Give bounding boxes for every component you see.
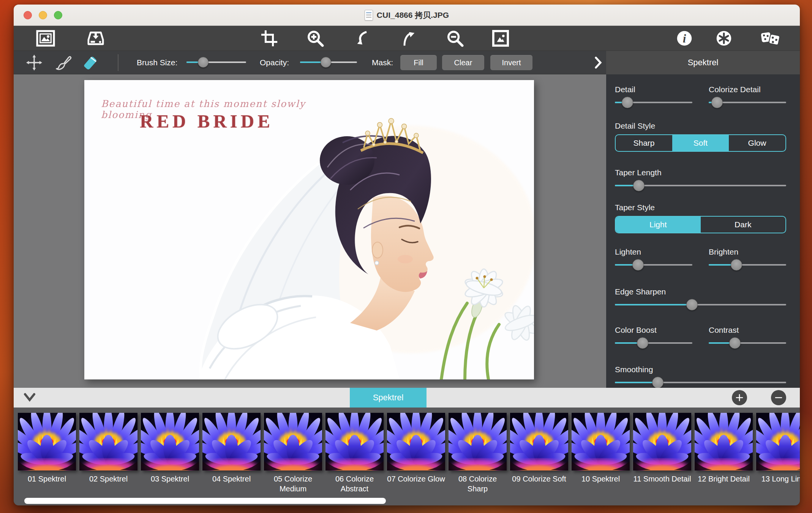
contrast-slider[interactable] (709, 337, 786, 349)
horizontal-scrollbar[interactable] (24, 498, 386, 504)
mask-invert-button[interactable]: Invert (490, 55, 532, 70)
open-image-icon[interactable] (36, 28, 55, 48)
photo-canvas[interactable]: Beautiful time at this moment slowly blo… (84, 80, 534, 379)
move-tool-icon[interactable] (25, 54, 43, 72)
divider (118, 54, 118, 71)
mask-clear-button[interactable]: Clear (442, 55, 484, 70)
preset-item[interactable]: 01 Spektrel (18, 413, 76, 494)
preset-thumbnail[interactable] (141, 413, 199, 471)
preset-thumbnail[interactable] (79, 413, 137, 471)
undo-icon[interactable] (353, 28, 373, 48)
presets-strip: 01 Spektrel 02 Spektrel 03 Spektrel 04 S… (14, 408, 800, 505)
taper-length-slider[interactable] (615, 179, 786, 192)
slider-thumb[interactable] (622, 97, 633, 108)
slider-thumb[interactable] (633, 180, 645, 191)
preset-item[interactable]: 05 Colorize Medium (264, 413, 322, 494)
preset-item[interactable]: 09 Colorize Soft (510, 413, 568, 494)
remove-preset-button[interactable] (771, 390, 786, 405)
preset-label: 13 Long Lines (756, 474, 800, 484)
detail-style-sharp[interactable]: Sharp (616, 135, 672, 151)
slider-track[interactable] (615, 382, 786, 383)
preset-label: 02 Spektrel (79, 474, 137, 484)
slider-track[interactable] (186, 61, 246, 63)
brush-size-slider[interactable] (186, 56, 246, 68)
color-boost-label: Color Boost (615, 326, 692, 335)
slider-thumb[interactable] (198, 57, 209, 68)
document-icon (365, 10, 373, 20)
randomize-dice-icon[interactable] (761, 28, 780, 48)
preset-item[interactable]: 12 Bright Detail (695, 413, 753, 494)
preset-thumbnail[interactable] (387, 413, 445, 471)
add-preset-button[interactable] (732, 390, 747, 405)
zoom-out-icon[interactable] (445, 28, 465, 48)
slider-thumb[interactable] (686, 299, 698, 310)
preset-item[interactable]: 02 Spektrel (79, 413, 137, 494)
svg-text:i: i (683, 32, 686, 45)
opacity-slider[interactable] (300, 56, 357, 68)
smoothing-slider[interactable] (615, 376, 786, 389)
preset-item[interactable]: 04 Spektrel (202, 413, 261, 494)
preset-tab-spektrel[interactable]: Spektrel (350, 388, 427, 408)
slider-thumb[interactable] (321, 57, 331, 68)
crop-icon[interactable] (259, 28, 279, 48)
info-icon[interactable]: i (675, 28, 694, 48)
color-boost-slider[interactable] (615, 337, 692, 349)
detail-slider[interactable] (615, 96, 692, 109)
preset-item[interactable]: 03 Spektrel (141, 413, 199, 494)
mask-fill-button[interactable]: Fill (400, 55, 437, 70)
preset-thumbnail[interactable] (264, 413, 322, 471)
colorize-detail-slider[interactable] (709, 96, 786, 109)
slider-track[interactable] (709, 264, 786, 266)
slider-thumb[interactable] (731, 259, 742, 271)
preset-item[interactable]: 08 Colorize Sharp (449, 413, 507, 494)
edge-sharpen-slider[interactable] (615, 299, 786, 311)
lighten-label: Lighten (615, 247, 692, 257)
slider-track[interactable] (709, 342, 786, 344)
settings-icon[interactable] (714, 28, 734, 48)
preset-item[interactable]: 10 Spektrel (572, 413, 630, 494)
slider-thumb[interactable] (729, 337, 741, 349)
slider-thumb[interactable] (711, 97, 723, 108)
taper-style-dark[interactable]: Dark (701, 217, 786, 233)
preset-thumbnail[interactable] (18, 413, 76, 471)
preset-item[interactable]: 07 Colorize Glow (387, 413, 445, 494)
tool-options-bar: Brush Size: Opacity: Mask: Fill Clear In… (14, 51, 800, 74)
preset-item[interactable]: 11 Smooth Detail (633, 413, 691, 494)
preset-label: 10 Spektrel (572, 474, 630, 484)
slider-thumb[interactable] (632, 259, 644, 271)
slider-track[interactable] (615, 304, 786, 305)
chevron-down-icon[interactable] (24, 392, 36, 404)
brush-size-label: Brush Size: (137, 51, 177, 74)
preset-thumbnail[interactable] (572, 413, 630, 471)
eraser-tool-icon[interactable] (81, 54, 99, 72)
preset-thumbnail[interactable] (325, 413, 384, 471)
panel-title: Spektrel (606, 51, 800, 74)
preset-thumbnail[interactable] (510, 413, 568, 471)
detail-style-soft[interactable]: Soft (672, 135, 729, 151)
brighten-slider[interactable] (709, 259, 786, 271)
original-image-icon[interactable] (491, 28, 510, 48)
preset-thumbnail[interactable] (633, 413, 691, 471)
chevron-right-icon[interactable] (592, 56, 604, 69)
taper-style-light[interactable]: Light (616, 217, 701, 233)
preset-thumbnail[interactable] (695, 413, 753, 471)
preset-item[interactable]: 06 Colorize Abstract (325, 413, 384, 494)
export-icon[interactable] (86, 28, 106, 48)
preset-thumbnail[interactable] (756, 413, 800, 471)
preset-label: 06 Colorize Abstract (325, 474, 384, 494)
slider-track[interactable] (615, 342, 692, 344)
preset-thumbnail[interactable] (202, 413, 261, 471)
preset-tab-bar: Spektrel (14, 388, 800, 408)
zoom-in-icon[interactable] (305, 28, 325, 48)
lighten-slider[interactable] (615, 259, 692, 271)
slider-thumb[interactable] (637, 337, 648, 349)
preset-label: 01 Spektrel (18, 474, 76, 484)
redo-icon[interactable] (398, 28, 418, 48)
preset-thumbnail[interactable] (449, 413, 507, 471)
photo-title-text: RED BRIDE (140, 110, 273, 132)
brush-tool-icon[interactable] (54, 54, 73, 72)
detail-style-glow[interactable]: Glow (729, 135, 785, 151)
preset-item[interactable]: 13 Long Lines (756, 413, 800, 494)
slider-thumb[interactable] (652, 377, 664, 388)
slider-track[interactable] (615, 264, 692, 266)
